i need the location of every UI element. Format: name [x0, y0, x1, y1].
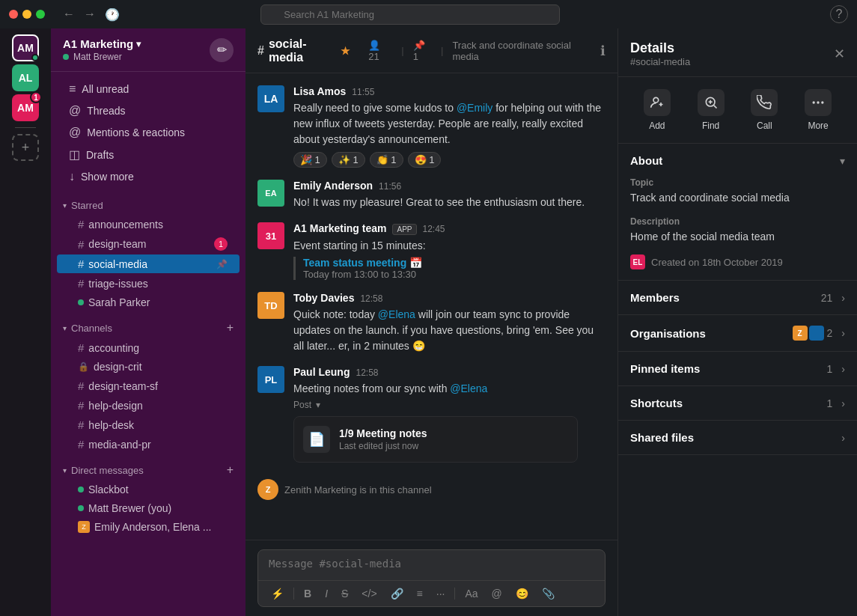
history-button[interactable]: 🕐: [102, 4, 123, 25]
members-title: Members: [630, 291, 680, 304]
action-find[interactable]: Find: [698, 89, 725, 131]
shortcuts-section-header[interactable]: Shortcuts 1 ›: [618, 386, 857, 420]
mention-button[interactable]: @: [488, 585, 506, 602]
find-label: Find: [702, 121, 719, 131]
code-button[interactable]: </>: [358, 585, 380, 602]
channel-name: accounting: [88, 342, 139, 354]
reaction-party[interactable]: 🎉 1: [293, 152, 327, 168]
nav-item-all-unread[interactable]: ≡ All unread: [57, 79, 240, 100]
channel-name: media-and-pr: [88, 439, 150, 451]
channel-media-and-pr[interactable]: # media-and-pr: [57, 435, 240, 454]
attachment-button[interactable]: 📎: [538, 585, 558, 602]
message-paul-leung: PL Paul Leung 12:58 Meeting notes from o…: [257, 366, 606, 463]
workspace-icon-al[interactable]: AL: [12, 64, 39, 91]
description-field: Description Home of the social media tea…: [630, 216, 845, 245]
workspace-icon-a1marketing[interactable]: AM: [12, 34, 39, 61]
back-button[interactable]: ←: [60, 4, 78, 25]
shortcuts-chevron: ›: [841, 397, 845, 409]
channels-section-header[interactable]: ▾ Channels +: [51, 318, 245, 338]
channel-help-desk[interactable]: # help-desk: [57, 415, 240, 434]
quoted-text: Today from 13:00 to 13:30: [303, 269, 606, 280]
channel-star-icon[interactable]: ★: [341, 45, 350, 57]
workspace-name[interactable]: A1 Marketing ▾: [63, 37, 141, 50]
info-button[interactable]: ℹ: [600, 43, 606, 59]
pinned-section-header[interactable]: Pinned items 1 ›: [618, 352, 857, 385]
reaction-sparkles[interactable]: ✨ 1: [332, 152, 365, 168]
nav-item-drafts[interactable]: ◫ Drafts: [57, 144, 240, 165]
lock-icon: 🔒: [78, 362, 89, 372]
italic-button[interactable]: I: [321, 585, 332, 602]
dm-sarah-parker[interactable]: Sarah Parker: [57, 293, 240, 311]
bold-button[interactable]: B: [300, 585, 315, 602]
message-input[interactable]: [258, 550, 605, 577]
channel-help-design[interactable]: # help-design: [57, 396, 240, 415]
action-call[interactable]: Call: [751, 89, 778, 131]
search-input[interactable]: [260, 4, 560, 25]
mention-emily[interactable]: @Emily: [457, 102, 492, 114]
compose-button[interactable]: ✏: [210, 38, 234, 62]
close-traffic-light[interactable]: [9, 10, 18, 19]
action-more[interactable]: More: [805, 89, 832, 131]
members-count: 21: [821, 292, 833, 304]
channel-announcements[interactable]: # announcements: [57, 215, 240, 234]
organisations-title: Organisations: [630, 327, 706, 340]
messages-area[interactable]: LA Lisa Amos 11:55 Really need to give s…: [245, 73, 617, 540]
list-button[interactable]: ≡: [413, 585, 427, 602]
hash-icon: #: [78, 379, 84, 392]
action-add[interactable]: Add: [644, 89, 671, 131]
channel-design-team[interactable]: # design-team 1: [57, 234, 240, 254]
online-status-dot: [31, 54, 39, 61]
workspace-icon-am2[interactable]: AM 1: [12, 94, 39, 121]
link-button[interactable]: 🔗: [387, 585, 407, 602]
reaction-clap[interactable]: 👏 1: [370, 152, 403, 168]
msg-header: Lisa Amos 11:55: [293, 85, 606, 97]
design-team-badge: 1: [214, 237, 228, 251]
help-button[interactable]: ?: [830, 5, 848, 23]
dm-emily-elena[interactable]: Z Emily Anderson, Elena ...: [57, 518, 240, 536]
organisations-section-header[interactable]: Organisations Z 2 ›: [618, 315, 857, 351]
dm-slackbot[interactable]: Slackbot: [57, 481, 240, 498]
hash-icon: #: [78, 341, 84, 354]
show-more-label: Show more: [81, 171, 134, 183]
add-channel-button[interactable]: +: [227, 321, 234, 335]
text-style-button[interactable]: Aa: [461, 585, 481, 602]
maximize-traffic-light[interactable]: [36, 10, 45, 19]
nav-item-show-more[interactable]: ↓ Show more: [57, 166, 240, 187]
quoted-link[interactable]: Team status meeting 📅: [303, 257, 606, 269]
nav-item-mentions[interactable]: @ Mentions & reactions: [57, 122, 240, 143]
shared-files-section-header[interactable]: Shared files ›: [618, 421, 857, 454]
post-attachment[interactable]: 📄 1/9 Meeting notes Last edited just now: [293, 416, 578, 463]
channel-meta: 👤 21 | 📌 1 | Track and coordinate social…: [368, 40, 591, 62]
about-section-header[interactable]: About ▾: [618, 144, 857, 177]
workspace-initials-al: AL: [19, 72, 33, 84]
dm-section-header[interactable]: ▾ Direct messages +: [51, 460, 245, 480]
dm-matt-brewer[interactable]: Matt Brewer (you): [57, 499, 240, 517]
mention-elena-2[interactable]: @Elena: [450, 382, 487, 394]
minimize-traffic-light[interactable]: [22, 10, 31, 19]
channel-accounting[interactable]: # accounting: [57, 338, 240, 357]
channel-design-team-sf[interactable]: # design-team-sf: [57, 376, 240, 395]
emoji-button[interactable]: 😊: [512, 585, 532, 602]
channel-social-media[interactable]: # social-media 📌: [57, 254, 240, 273]
post-info: 1/9 Meeting notes Last edited just now: [339, 427, 427, 451]
add-dm-button[interactable]: +: [227, 463, 234, 477]
forward-button[interactable]: →: [81, 4, 99, 25]
starred-section-header[interactable]: ▾ Starred: [51, 197, 245, 214]
nav-item-threads[interactable]: @ Threads: [57, 100, 240, 121]
avatar-paul-leung: PL: [257, 366, 284, 393]
mention-elena[interactable]: @Elena: [378, 308, 415, 320]
call-label: Call: [757, 121, 772, 131]
channel-header: # social-media ★ 👤 21 | 📌 1 | Track and …: [245, 28, 617, 73]
channel-triage-issues[interactable]: # triage-issues: [57, 274, 240, 293]
members-section-header[interactable]: Members 21 ›: [618, 281, 857, 314]
system-msg-text: Zenith Marketing is in this channel: [284, 484, 432, 495]
strikethrough-button[interactable]: S: [338, 585, 352, 602]
lightning-button[interactable]: ⚡: [267, 585, 287, 602]
reaction-heart-eyes[interactable]: 😍 1: [408, 152, 442, 168]
msg-text: Quick note: today @Elena will join our t…: [293, 307, 606, 354]
add-workspace-button[interactable]: +: [12, 134, 39, 161]
matt-status: [78, 505, 84, 511]
more-formatting-button[interactable]: ···: [433, 585, 449, 602]
details-close-button[interactable]: ✕: [834, 46, 845, 62]
channel-design-crit[interactable]: 🔒 design-crit: [57, 358, 240, 376]
